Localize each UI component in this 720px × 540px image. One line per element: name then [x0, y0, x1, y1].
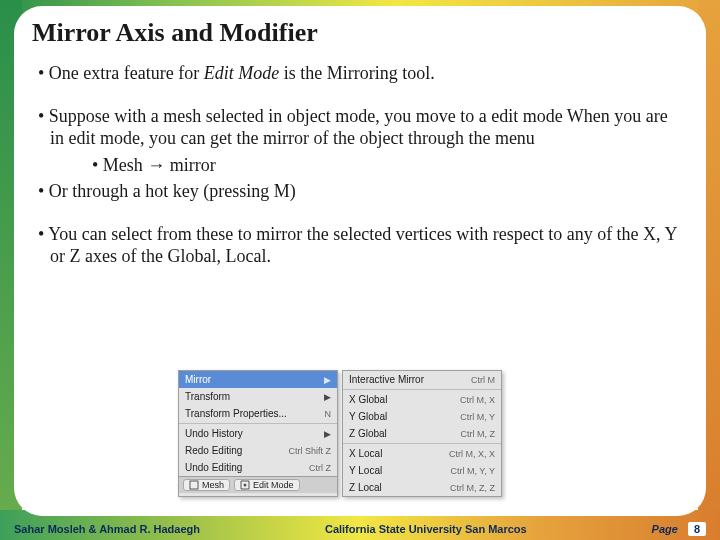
menu-item[interactable]: Z GlobalCtrl M, Z — [343, 425, 501, 442]
menu-item-shortcut: Ctrl M, Y, Y — [450, 466, 495, 476]
menu-item-label: Z Global — [349, 428, 387, 439]
mesh-label: Mesh — [202, 480, 224, 490]
mode-label: Edit Mode — [253, 480, 294, 490]
menu-item-label: Transform — [185, 391, 230, 402]
footer-authors: Sahar Mosleh & Ahmad R. Hadaegh — [14, 523, 200, 535]
menu-item-label: Mirror — [185, 374, 211, 385]
menu-separator — [343, 389, 501, 390]
menu-item[interactable]: Undo History▶ — [179, 425, 337, 442]
menu-item[interactable]: Transform▶ — [179, 388, 337, 405]
menu-item[interactable]: Y LocalCtrl M, Y, Y — [343, 462, 501, 479]
edit-mode-icon — [240, 480, 250, 490]
menu-item-label: Y Global — [349, 411, 387, 422]
menu-item[interactable]: Transform Properties...N — [179, 405, 337, 422]
bullet-1-em: Edit Mode — [204, 63, 279, 83]
menu-separator — [179, 423, 337, 424]
menu-separator — [343, 443, 501, 444]
menu-item-shortcut: Ctrl M, Z, Z — [450, 483, 495, 493]
menu-item[interactable]: Interactive MirrorCtrl M — [343, 371, 501, 388]
menu-item[interactable]: Y GlobalCtrl M, Y — [343, 408, 501, 425]
submenu-arrow-icon: ▶ — [324, 429, 331, 439]
menu-item-label: Transform Properties... — [185, 408, 287, 419]
menu-item[interactable]: Undo EditingCtrl Z — [179, 459, 337, 476]
bullet-3: • Or through a hot key (pressing M) — [34, 180, 686, 203]
menu-item-label: Interactive Mirror — [349, 374, 424, 385]
svg-rect-0 — [190, 481, 198, 489]
menu-item-label: Undo History — [185, 428, 243, 439]
menu-item-label: Redo Editing — [185, 445, 242, 456]
menu-item[interactable]: X GlobalCtrl M, X — [343, 391, 501, 408]
menu-item-shortcut: Ctrl M, X, X — [449, 449, 495, 459]
bullet-2a: • Mesh → mirror — [34, 154, 686, 177]
bullet-1-pre: • One extra feature for — [38, 63, 204, 83]
menu-item-shortcut: Ctrl Shift Z — [288, 446, 331, 456]
menu-screenshot: Mirror▶Transform▶Transform Properties...… — [178, 370, 502, 497]
footer-page-label: Page — [652, 523, 678, 535]
menu-item-shortcut: Ctrl M, Y — [460, 412, 495, 422]
menu-item-label: X Local — [349, 448, 382, 459]
bullet-4: • You can select from these to mirror th… — [34, 223, 686, 268]
menu-item[interactable]: Z LocalCtrl M, Z, Z — [343, 479, 501, 496]
menu-item[interactable]: Mirror▶ — [179, 371, 337, 388]
menu-item-label: Z Local — [349, 482, 382, 493]
menu-item-label: X Global — [349, 394, 387, 405]
menu-left: Mirror▶Transform▶Transform Properties...… — [178, 370, 338, 497]
slide: Mirror Axis and Modifier • One extra fea… — [0, 0, 720, 540]
svg-point-2 — [244, 484, 247, 487]
menu-item-label: Y Local — [349, 465, 382, 476]
submenu-arrow-icon: ▶ — [324, 375, 331, 385]
menu-left-footer: Mesh Edit Mode — [179, 476, 337, 493]
bullet-1-post: is the Mirroring tool. — [279, 63, 435, 83]
menu-item-shortcut: Ctrl Z — [309, 463, 331, 473]
mesh-pill[interactable]: Mesh — [183, 479, 230, 491]
menu-right: Interactive MirrorCtrl MX GlobalCtrl M, … — [342, 370, 502, 497]
slide-title: Mirror Axis and Modifier — [32, 18, 318, 48]
menu-item-shortcut: Ctrl M, X — [460, 395, 495, 405]
bullet-1: • One extra feature for Edit Mode is the… — [34, 62, 686, 85]
footer-page-number: 8 — [688, 522, 706, 536]
menu-item-shortcut: Ctrl M, Z — [461, 429, 496, 439]
menu-item-label: Undo Editing — [185, 462, 242, 473]
mesh-icon — [189, 480, 199, 490]
menu-item-shortcut: N — [325, 409, 332, 419]
menu-item[interactable]: Redo EditingCtrl Shift Z — [179, 442, 337, 459]
submenu-arrow-icon: ▶ — [324, 392, 331, 402]
slide-body: • One extra feature for Edit Mode is the… — [34, 62, 686, 272]
menu-item[interactable]: X LocalCtrl M, X, X — [343, 445, 501, 462]
mode-pill[interactable]: Edit Mode — [234, 479, 300, 491]
slide-footer: Sahar Mosleh & Ahmad R. Hadaegh Californ… — [0, 522, 720, 536]
bullet-2: • Suppose with a mesh selected in object… — [34, 105, 686, 150]
menu-item-shortcut: Ctrl M — [471, 375, 495, 385]
footer-org: California State University San Marcos — [200, 523, 652, 535]
